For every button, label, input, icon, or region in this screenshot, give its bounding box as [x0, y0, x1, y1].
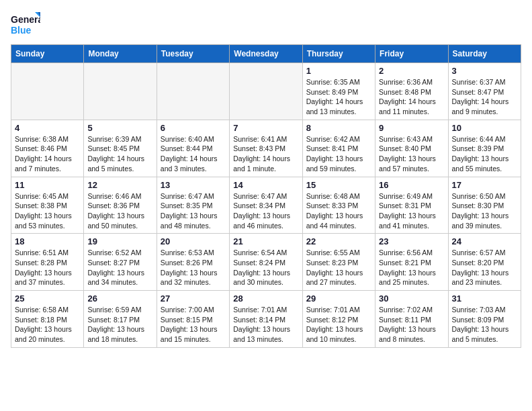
svg-text:General: General: [11, 14, 40, 25]
calendar-cell: 9Sunrise: 6:43 AM Sunset: 8:40 PM Daylig…: [375, 120, 448, 177]
day-number: 25: [15, 293, 80, 304]
calendar-week-row: 1Sunrise: 6:35 AM Sunset: 8:49 PM Daylig…: [11, 63, 521, 120]
day-number: 5: [87, 123, 152, 133]
calendar-cell: 8Sunrise: 6:42 AM Sunset: 8:41 PM Daylig…: [302, 120, 375, 177]
weekday-header-friday: Friday: [375, 45, 448, 63]
day-info: Sunrise: 6:52 AM Sunset: 8:27 PM Dayligh…: [87, 248, 152, 287]
calendar-cell: 30Sunrise: 7:02 AM Sunset: 8:11 PM Dayli…: [375, 291, 448, 348]
calendar-cell: 26Sunrise: 6:59 AM Sunset: 8:17 PM Dayli…: [84, 291, 157, 348]
calendar-cell: 16Sunrise: 6:49 AM Sunset: 8:31 PM Dayli…: [375, 177, 448, 234]
day-number: 21: [233, 236, 298, 246]
calendar-cell: 19Sunrise: 6:52 AM Sunset: 8:27 PM Dayli…: [84, 234, 157, 291]
calendar-cell: [157, 63, 229, 120]
day-info: Sunrise: 6:58 AM Sunset: 8:18 PM Dayligh…: [15, 305, 80, 345]
calendar-cell: 31Sunrise: 7:03 AM Sunset: 8:09 PM Dayli…: [448, 291, 521, 348]
calendar-cell: 18Sunrise: 6:51 AM Sunset: 8:28 PM Dayli…: [11, 234, 84, 291]
calendar-cell: 11Sunrise: 6:45 AM Sunset: 8:38 PM Dayli…: [11, 177, 84, 234]
day-number: 15: [306, 180, 371, 190]
day-info: Sunrise: 6:50 AM Sunset: 8:30 PM Dayligh…: [452, 191, 517, 231]
day-info: Sunrise: 6:57 AM Sunset: 8:20 PM Dayligh…: [452, 248, 517, 287]
calendar-cell: 14Sunrise: 6:47 AM Sunset: 8:34 PM Dayli…: [230, 177, 302, 234]
weekday-header-sunday: Sunday: [11, 45, 84, 63]
day-number: 9: [379, 123, 444, 133]
day-info: Sunrise: 6:45 AM Sunset: 8:38 PM Dayligh…: [15, 191, 80, 231]
day-number: 10: [452, 123, 517, 133]
calendar-cell: 13Sunrise: 6:47 AM Sunset: 8:35 PM Dayli…: [157, 177, 229, 234]
day-info: Sunrise: 6:49 AM Sunset: 8:31 PM Dayligh…: [379, 191, 444, 231]
day-info: Sunrise: 6:42 AM Sunset: 8:41 PM Dayligh…: [306, 134, 371, 174]
calendar-cell: 27Sunrise: 7:00 AM Sunset: 8:15 PM Dayli…: [157, 291, 229, 348]
day-info: Sunrise: 6:35 AM Sunset: 8:49 PM Dayligh…: [306, 77, 371, 117]
calendar-week-row: 25Sunrise: 6:58 AM Sunset: 8:18 PM Dayli…: [11, 291, 521, 348]
day-number: 18: [15, 236, 80, 246]
day-info: Sunrise: 6:39 AM Sunset: 8:45 PM Dayligh…: [87, 134, 152, 174]
day-number: 2: [379, 66, 444, 76]
day-number: 29: [306, 293, 371, 304]
day-number: 13: [161, 180, 226, 190]
day-info: Sunrise: 6:38 AM Sunset: 8:46 PM Dayligh…: [15, 134, 80, 174]
calendar-cell: 12Sunrise: 6:46 AM Sunset: 8:36 PM Dayli…: [84, 177, 157, 234]
day-number: 14: [233, 180, 298, 190]
day-number: 17: [452, 180, 517, 190]
day-number: 20: [161, 236, 226, 246]
day-info: Sunrise: 7:02 AM Sunset: 8:11 PM Dayligh…: [379, 305, 444, 345]
calendar-cell: 6Sunrise: 6:40 AM Sunset: 8:44 PM Daylig…: [157, 120, 229, 177]
day-info: Sunrise: 7:03 AM Sunset: 8:09 PM Dayligh…: [452, 305, 517, 345]
calendar-week-row: 4Sunrise: 6:38 AM Sunset: 8:46 PM Daylig…: [11, 120, 521, 177]
logo-svg: General Blue: [11, 11, 40, 38]
weekday-header-row: SundayMondayTuesdayWednesdayThursdayFrid…: [11, 45, 521, 63]
day-number: 8: [306, 123, 371, 133]
day-number: 12: [87, 180, 152, 190]
day-number: 16: [379, 180, 444, 190]
day-number: 3: [452, 66, 517, 76]
day-number: 23: [379, 236, 444, 246]
calendar-cell: 21Sunrise: 6:54 AM Sunset: 8:24 PM Dayli…: [230, 234, 302, 291]
day-number: 30: [379, 293, 444, 304]
calendar-cell: 25Sunrise: 6:58 AM Sunset: 8:18 PM Dayli…: [11, 291, 84, 348]
calendar-cell: 4Sunrise: 6:38 AM Sunset: 8:46 PM Daylig…: [11, 120, 84, 177]
day-info: Sunrise: 6:47 AM Sunset: 8:35 PM Dayligh…: [161, 191, 226, 231]
day-info: Sunrise: 6:41 AM Sunset: 8:43 PM Dayligh…: [233, 134, 298, 174]
day-info: Sunrise: 7:00 AM Sunset: 8:15 PM Dayligh…: [161, 305, 226, 345]
svg-text:Blue: Blue: [11, 25, 32, 36]
weekday-header-wednesday: Wednesday: [230, 45, 302, 63]
day-info: Sunrise: 6:53 AM Sunset: 8:26 PM Dayligh…: [161, 248, 226, 287]
day-number: 4: [15, 123, 80, 133]
calendar-cell: 3Sunrise: 6:37 AM Sunset: 8:47 PM Daylig…: [448, 63, 521, 120]
calendar-week-row: 11Sunrise: 6:45 AM Sunset: 8:38 PM Dayli…: [11, 177, 521, 234]
day-info: Sunrise: 6:54 AM Sunset: 8:24 PM Dayligh…: [233, 248, 298, 287]
day-number: 1: [306, 66, 371, 76]
day-info: Sunrise: 6:51 AM Sunset: 8:28 PM Dayligh…: [15, 248, 80, 287]
day-number: 19: [87, 236, 152, 246]
logo: General Blue: [11, 11, 40, 38]
calendar-cell: 5Sunrise: 6:39 AM Sunset: 8:45 PM Daylig…: [84, 120, 157, 177]
page-header: General Blue: [11, 11, 521, 38]
day-number: 11: [15, 180, 80, 190]
calendar-table: SundayMondayTuesdayWednesdayThursdayFrid…: [11, 44, 521, 348]
day-info: Sunrise: 6:56 AM Sunset: 8:21 PM Dayligh…: [379, 248, 444, 287]
calendar-cell: 1Sunrise: 6:35 AM Sunset: 8:49 PM Daylig…: [302, 63, 375, 120]
calendar-cell: 15Sunrise: 6:48 AM Sunset: 8:33 PM Dayli…: [302, 177, 375, 234]
day-info: Sunrise: 7:01 AM Sunset: 8:14 PM Dayligh…: [233, 305, 298, 345]
calendar-cell: 20Sunrise: 6:53 AM Sunset: 8:26 PM Dayli…: [157, 234, 229, 291]
weekday-header-tuesday: Tuesday: [157, 45, 229, 63]
day-info: Sunrise: 6:37 AM Sunset: 8:47 PM Dayligh…: [452, 77, 517, 117]
calendar-cell: 28Sunrise: 7:01 AM Sunset: 8:14 PM Dayli…: [230, 291, 302, 348]
day-number: 6: [161, 123, 226, 133]
calendar-cell: [230, 63, 302, 120]
day-info: Sunrise: 6:43 AM Sunset: 8:40 PM Dayligh…: [379, 134, 444, 174]
calendar-cell: 24Sunrise: 6:57 AM Sunset: 8:20 PM Dayli…: [448, 234, 521, 291]
day-number: 7: [233, 123, 298, 133]
day-number: 24: [452, 236, 517, 246]
calendar-cell: [11, 63, 84, 120]
day-number: 31: [452, 293, 517, 304]
calendar-cell: [84, 63, 157, 120]
day-info: Sunrise: 6:36 AM Sunset: 8:48 PM Dayligh…: [379, 77, 444, 117]
weekday-header-thursday: Thursday: [302, 45, 375, 63]
day-number: 27: [161, 293, 226, 304]
day-info: Sunrise: 6:55 AM Sunset: 8:23 PM Dayligh…: [306, 248, 371, 287]
weekday-header-monday: Monday: [84, 45, 157, 63]
day-info: Sunrise: 6:40 AM Sunset: 8:44 PM Dayligh…: [161, 134, 226, 174]
calendar-week-row: 18Sunrise: 6:51 AM Sunset: 8:28 PM Dayli…: [11, 234, 521, 291]
day-info: Sunrise: 6:59 AM Sunset: 8:17 PM Dayligh…: [87, 305, 152, 345]
